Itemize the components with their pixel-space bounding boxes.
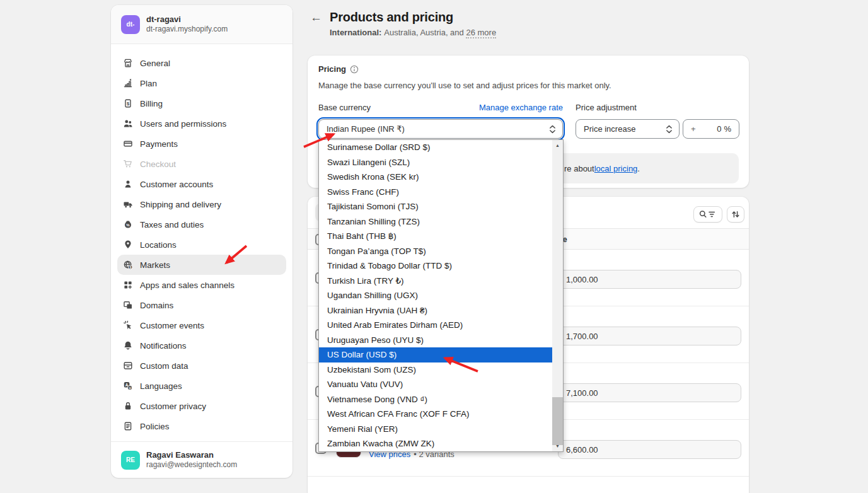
sidebar-item-customer-accounts[interactable]: Customer accounts: [117, 174, 286, 194]
scroll-down-button[interactable]: ▼: [552, 441, 563, 451]
currency-option-vanuatu-vatu-vuv[interactable]: Vanuatu Vatu (VUV): [319, 377, 552, 392]
price-adjustment-value: Price increase: [584, 124, 635, 134]
base-currency-value: Indian Rupee (INR ₹): [327, 124, 405, 134]
data-box-icon: [122, 360, 134, 371]
subtitle-label: International:: [330, 28, 381, 37]
currency-option-surinamese-dollar-srd[interactable]: Surinamese Dollar (SRD $): [319, 140, 552, 155]
currency-option-yemeni-rial-yer[interactable]: Yemeni Rial (YER): [319, 422, 552, 437]
sidebar-item-users-and-permissions[interactable]: Users and permissions: [117, 113, 286, 134]
base-currency-select[interactable]: Indian Rupee (INR ₹): [318, 119, 563, 139]
adjustment-percent-field[interactable]: + 0%: [683, 119, 739, 139]
sort-button[interactable]: [727, 206, 744, 223]
subtitle-countries: Australia, Austria, and: [384, 28, 463, 37]
user-account[interactable]: RE Ragavi Easwaran ragavi@wedesigntech.c…: [111, 441, 292, 478]
store-name: dt-ragavi: [146, 14, 228, 25]
cart-icon: [122, 158, 134, 170]
svg-text:a: a: [129, 386, 131, 390]
info-icon[interactable]: [350, 65, 359, 74]
svg-text:$: $: [127, 101, 130, 107]
location-pin-icon: [122, 239, 134, 250]
svg-text:$: $: [129, 265, 131, 269]
sidebar-item-plan[interactable]: Plan: [117, 73, 286, 93]
sidebar-item-markets[interactable]: $ Markets: [117, 255, 286, 275]
policy-doc-icon: [122, 420, 134, 432]
sidebar-item-languages[interactable]: Aa Languages: [117, 376, 286, 396]
sidebar-item-taxes-and-duties[interactable]: % Taxes and duties: [117, 214, 286, 235]
currency-option-swiss-franc-chf[interactable]: Swiss Franc (CHF): [319, 185, 552, 200]
domains-icon: [122, 299, 134, 311]
plan-icon: [122, 78, 134, 89]
scrollbar-thumb[interactable]: [552, 397, 563, 445]
currency-option-trinidad-tobago-dollar-ttd[interactable]: Trinidad & Tobago Dollar (TTD $): [319, 258, 552, 274]
page-title: Products and pricing: [330, 10, 453, 25]
price-adjustment-select[interactable]: Price increase: [576, 119, 680, 139]
sidebar-item-customer-events[interactable]: Customer events: [117, 315, 286, 335]
sidebar-item-checkout[interactable]: Checkout: [117, 154, 286, 174]
price-input[interactable]: [558, 383, 741, 402]
currency-option-swazi-lilangeni-szl[interactable]: Swazi Lilangeni (SZL): [319, 155, 552, 170]
currency-dropdown-list: Surinamese Dollar (SRD $)Swazi Lilangeni…: [318, 139, 564, 452]
sort-icon: [731, 210, 740, 219]
sidebar-item-billing[interactable]: $ Billing: [117, 93, 286, 113]
settings-sidebar: dt- dt-ragavi dt-ragavi.myshopify.com Ge…: [111, 5, 292, 478]
user-email: ragavi@wedesigntech.com: [146, 460, 237, 470]
currency-option-united-arab-emirates-dirham-aed[interactable]: United Arab Emirates Dirham (AED): [319, 318, 552, 333]
banner-text-fragment: re about: [564, 164, 594, 173]
sidebar-item-apps-and-sales-channels[interactable]: Apps and sales channels: [117, 275, 286, 295]
translate-icon: Aa: [122, 380, 134, 392]
currency-option-tongan-pa-anga-top-t[interactable]: Tongan Pa’anga (TOP T$): [319, 244, 552, 259]
percent-value: 0: [717, 124, 721, 134]
taxes-icon: %: [122, 219, 134, 230]
currency-option-turkish-lira-try[interactable]: Turkish Lira (TRY ₺): [319, 274, 552, 289]
manage-exchange-rate-link[interactable]: Manage exchange rate: [479, 103, 563, 112]
sidebar-item-customer-privacy[interactable]: Customer privacy: [117, 396, 286, 416]
pricing-description: Manage the base currency you'll use to s…: [318, 81, 611, 90]
select-caret-icon: [666, 125, 673, 134]
back-arrow-icon[interactable]: ←: [310, 11, 322, 24]
sidebar-item-notifications[interactable]: Notifications: [117, 335, 286, 356]
currency-option-west-african-cfa-franc-xof-f-cfa[interactable]: West African CFA Franc (XOF F CFA): [319, 407, 552, 422]
sidebar-item-general[interactable]: General: [117, 53, 286, 73]
cursor-spark-icon: [122, 320, 134, 331]
globe-dollar-icon: $: [122, 259, 134, 270]
currency-option-vietnamese-dong-vnd[interactable]: Vietnamese Dong (VND ₫): [319, 392, 552, 407]
dropdown-scrollbar[interactable]: ▲ ▼: [552, 140, 563, 451]
more-countries-link[interactable]: 26 more: [466, 28, 496, 38]
currency-option-swedish-krona-sek-kr[interactable]: Swedish Krona (SEK kr): [319, 170, 552, 185]
currency-option-us-dollar-usd[interactable]: US Dollar (USD $): [319, 347, 552, 362]
user-name: Ragavi Easwaran: [146, 450, 237, 460]
bell-icon: [122, 340, 134, 351]
market-subtitle: International:Australia, Austria, and 26…: [330, 28, 714, 37]
currency-option-tanzanian-shilling-tzs[interactable]: Tanzanian Shilling (TZS): [319, 214, 552, 229]
store-switcher[interactable]: dt- dt-ragavi dt-ragavi.myshopify.com: [111, 5, 292, 44]
sidebar-item-locations[interactable]: Locations: [117, 235, 286, 255]
billing-icon: $: [122, 98, 134, 109]
price-input[interactable]: [558, 440, 741, 459]
sidebar-item-domains[interactable]: Domains: [117, 295, 286, 315]
price-adjustment-label: Price adjustment: [576, 103, 637, 112]
store-domain: dt-ragavi.myshopify.com: [146, 25, 228, 34]
banner-period: .: [637, 164, 640, 173]
sidebar-item-payments[interactable]: Payments: [117, 134, 286, 154]
scroll-up-button[interactable]: ▲: [552, 140, 563, 151]
currency-option-thai-baht-thb[interactable]: Thai Baht (THB ฿): [319, 229, 552, 244]
currency-option-zambian-kwacha-zmw-zk[interactable]: Zambian Kwacha (ZMW ZK): [319, 436, 552, 451]
search-and-filter-button[interactable]: [693, 206, 722, 223]
sidebar-item-policies[interactable]: Policies: [117, 416, 286, 436]
truck-icon: [122, 199, 134, 210]
price-input[interactable]: [558, 327, 741, 345]
local-pricing-link[interactable]: local pricing: [594, 164, 638, 173]
svg-text:%: %: [126, 223, 130, 227]
currency-option-uzbekistani-som-uzs[interactable]: Uzbekistani Som (UZS): [319, 362, 552, 378]
currency-option-uruguayan-peso-uyu[interactable]: Uruguayan Peso (UYU $): [319, 333, 552, 348]
price-input[interactable]: [558, 270, 741, 289]
lock-icon: [122, 400, 134, 412]
currency-option-ugandan-shilling-ugx[interactable]: Ugandan Shilling (UGX): [319, 288, 552, 303]
sidebar-item-custom-data[interactable]: Custom data: [117, 356, 286, 376]
currency-option-ukrainian-hryvnia-uah[interactable]: Ukrainian Hryvnia (UAH ₴): [319, 303, 552, 318]
pricing-card-title: Pricing: [318, 64, 346, 74]
currency-option-tajikistani-somoni-tjs[interactable]: Tajikistani Somoni (TJS): [319, 199, 552, 214]
sidebar-item-shipping-and-delivery[interactable]: Shipping and delivery: [117, 194, 286, 214]
percent-prefix: +: [691, 124, 696, 134]
apps-grid-icon: [122, 279, 134, 291]
